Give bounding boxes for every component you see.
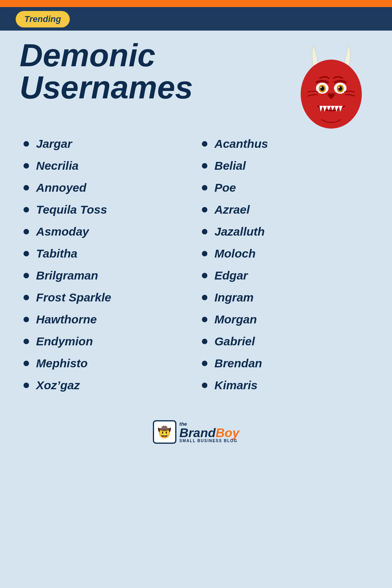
bullet-icon	[202, 361, 207, 366]
bullet-icon	[24, 207, 29, 212]
list-column-right: AcanthusBelialPoeAzraelJazalluthMolochEd…	[202, 137, 380, 401]
list-item: Belial	[202, 159, 380, 172]
main-title: Demonic Usernames	[20, 39, 193, 103]
bullet-icon	[24, 163, 29, 169]
bullet-icon	[202, 207, 207, 212]
list-item: Jazalluth	[202, 225, 380, 238]
list-item: Asmoday	[24, 225, 202, 238]
bullet-icon	[24, 141, 29, 147]
bullet-icon	[24, 317, 29, 322]
bullet-icon	[24, 229, 29, 234]
bullet-icon	[202, 141, 207, 147]
item-name: Belial	[214, 159, 246, 172]
bullet-icon	[202, 163, 207, 169]
bullet-icon	[202, 185, 207, 191]
item-name: Moloch	[214, 247, 256, 260]
brandboy-logo: 🤠 the BrandBoy SMALL BUSINESS BLOG	[153, 420, 240, 444]
list-item: Azrael	[202, 203, 380, 216]
list-item: Jargar	[24, 137, 202, 151]
item-name: Necrilia	[36, 159, 78, 172]
list-item: Moloch	[202, 247, 380, 260]
svg-point-8	[338, 87, 340, 88]
list-item: Gabriel	[202, 335, 380, 348]
item-name: Frost Sparkle	[36, 291, 111, 304]
item-name: Jazalluth	[214, 225, 265, 238]
logo-brand-B: B	[180, 426, 189, 440]
list-item: Kimaris	[202, 379, 380, 392]
item-name: Asmoday	[36, 225, 89, 238]
item-name: Ingram	[214, 291, 254, 304]
item-name: Edgar	[214, 269, 248, 282]
item-name: Gabriel	[214, 335, 255, 348]
list-item: Annoyed	[24, 181, 202, 194]
bullet-icon	[202, 273, 207, 278]
item-name: Brilgraman	[36, 269, 98, 282]
username-list-section: JargarNecriliaAnnoyedTequila TossAsmoday…	[0, 129, 392, 412]
item-name: Kimaris	[214, 379, 258, 392]
list-item: Ingram	[202, 291, 380, 304]
item-name: Tabitha	[36, 247, 78, 260]
list-item: Mephisto	[24, 357, 202, 370]
list-item: Edgar	[202, 269, 380, 282]
bullet-icon	[24, 273, 29, 278]
item-name: Morgan	[214, 313, 257, 326]
list-column-left: JargarNecriliaAnnoyedTequila TossAsmoday…	[24, 137, 202, 401]
list-item: Brilgraman	[24, 269, 202, 282]
item-name: Poe	[214, 181, 236, 194]
logo-icon: 🤠	[153, 420, 176, 444]
bullet-icon	[202, 229, 207, 234]
bullet-icon	[24, 251, 29, 256]
item-name: Acanthus	[214, 137, 268, 151]
bullet-icon	[202, 251, 207, 256]
item-name: Azrael	[214, 203, 250, 216]
trending-badge: Trending	[16, 11, 70, 27]
list-item: Xoz’gaz	[24, 379, 202, 392]
logo-tagline-text: SMALL BUSINESS BLOG	[180, 439, 240, 443]
item-name: Tequila Toss	[36, 203, 107, 216]
list-item: Acanthus	[202, 137, 380, 151]
title-line2: Usernames	[20, 69, 193, 105]
item-name: Xoz’gaz	[36, 379, 80, 392]
bullet-icon	[24, 295, 29, 300]
list-item: Hawthorne	[24, 313, 202, 326]
item-name: Annoyed	[36, 181, 86, 194]
title-line1: Demonic	[20, 37, 155, 73]
item-name: Jargar	[36, 137, 72, 151]
item-name: Brendan	[214, 357, 262, 370]
list-item: Frost Sparkle	[24, 291, 202, 304]
bullet-icon	[202, 339, 207, 344]
list-item: Poe	[202, 181, 380, 194]
list-item: Tequila Toss	[24, 203, 202, 216]
logo-brand-rand: rand	[189, 426, 216, 440]
list-item: Tabitha	[24, 247, 202, 260]
bullet-icon	[24, 339, 29, 344]
list-item: Necrilia	[24, 159, 202, 172]
list-item: Brendan	[202, 357, 380, 370]
list-item: Endymion	[24, 335, 202, 348]
item-name: Hawthorne	[36, 313, 97, 326]
item-name: Mephisto	[36, 357, 88, 370]
bullet-icon	[202, 295, 207, 300]
bullet-icon	[202, 317, 207, 322]
list-item: Morgan	[202, 313, 380, 326]
item-name: Endymion	[36, 335, 93, 348]
logo-text: the BrandBoy SMALL BUSINESS BLOG	[180, 421, 240, 443]
bullet-icon	[202, 383, 207, 388]
logo-brand-text: BrandBoy	[180, 426, 240, 439]
bullet-icon	[24, 361, 29, 366]
logo-brand-boy: Boy	[216, 426, 239, 440]
bullet-icon	[24, 383, 29, 388]
svg-point-7	[320, 87, 322, 88]
orange-bar	[0, 0, 392, 7]
bullet-icon	[24, 185, 29, 191]
demon-mask-image	[290, 43, 372, 129]
footer: 🤠 the BrandBoy SMALL BUSINESS BLOG	[0, 412, 392, 456]
